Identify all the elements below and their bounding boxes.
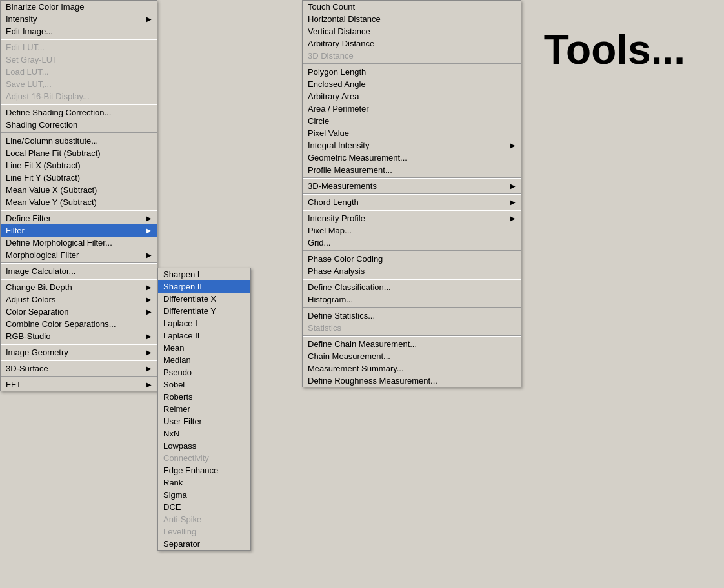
left-menu-item-rgb-studio[interactable]: RGB-Studio▶ — [1, 330, 157, 342]
right-menu-item-pixel-map[interactable]: Pixel Map... — [303, 224, 521, 237]
right-menu-item-arbitrary-distance[interactable]: Arbitrary Distance — [303, 37, 521, 50]
right-menu-item-phase-analysis[interactable]: Phase Analysis — [303, 265, 521, 277]
right-menu-item-geometric-measurement[interactable]: Geometric Measurement... — [303, 152, 521, 164]
right-menu-item-phase-color-coding[interactable]: Phase Color Coding — [303, 253, 521, 265]
menu-item-label: Pixel Map... — [308, 226, 352, 235]
right-menu-item-grid[interactable]: Grid... — [303, 237, 521, 249]
left-menu-item-intensity[interactable]: Intensity▶ — [1, 13, 157, 25]
sub-menu-item-sobel[interactable]: Sobel — [158, 378, 250, 391]
submenu-arrow-icon: ▶ — [146, 284, 152, 291]
right-menu-item-histogram[interactable]: Histogram... — [303, 293, 521, 306]
right-menu-item-integral-intensity[interactable]: Integral Intensity▶ — [303, 139, 521, 152]
right-menu-item-area-perimeter[interactable]: Area / Perimeter — [303, 103, 521, 115]
left-menu-item-combine-color-sep[interactable]: Combine Color Separations... — [1, 318, 157, 330]
submenu-arrow-icon: ▶ — [146, 215, 152, 222]
left-menu-item-edit-image[interactable]: Edit Image... — [1, 25, 157, 37]
right-menu-item-define-classification[interactable]: Define Classification... — [303, 281, 521, 293]
sub-menu-item-differentiate-y[interactable]: Differentiate Y — [158, 305, 250, 317]
left-menu-item-filter[interactable]: Filter▶ — [1, 224, 157, 237]
sub-menu-item-lowpass[interactable]: Lowpass — [158, 440, 250, 452]
sub-menu-item-edge-enhance[interactable]: Edge Enhance — [158, 464, 250, 476]
sub-menu-item-user-filter[interactable]: User Filter — [158, 415, 250, 427]
menu-item-label: Pixel Value — [308, 128, 349, 138]
right-menu-item-enclosed-angle[interactable]: Enclosed Angle — [303, 78, 521, 90]
left-menu-item-image-geometry[interactable]: Image Geometry▶ — [1, 346, 157, 358]
sub-menu-item-connectivity: Connectivity — [158, 452, 250, 464]
menu-item-label: NxN — [163, 429, 179, 438]
menu-item-label: Levelling — [163, 527, 196, 536]
right-menu-item-vertical-distance[interactable]: Vertical Distance — [303, 25, 521, 37]
menu-item-label: Measurement Summary... — [308, 364, 404, 373]
sub-menu-item-separator[interactable]: Separator — [158, 538, 250, 550]
left-menu-item-local-plane-fit[interactable]: Local Plane Fit (Subtract) — [1, 147, 157, 159]
right-menu-item-3d-measurements[interactable]: 3D-Measurements▶ — [303, 180, 521, 192]
left-menu-item-shading-correction[interactable]: Shading Correction — [1, 119, 157, 131]
menu-item-label: Define Filter — [6, 213, 51, 223]
sub-menu-item-pseudo[interactable]: Pseudo — [158, 366, 250, 378]
menu-item-label: Change Bit Depth — [6, 282, 72, 292]
left-menu-item-define-shading[interactable]: Define Shading Correction... — [1, 106, 157, 119]
sub-menu-item-median[interactable]: Median — [158, 354, 250, 366]
right-menu-item-chord-length[interactable]: Chord Length▶ — [303, 196, 521, 208]
left-menu-item-edit-lut: Edit LUT... — [1, 41, 157, 54]
right-menu-item-define-chain-measurement[interactable]: Define Chain Measurement... — [303, 338, 521, 350]
menu-item-label: Laplace I — [163, 318, 197, 328]
left-menu-item-image-calculator[interactable]: Image Calculator... — [1, 265, 157, 277]
menu-item-label: Differentiate Y — [163, 306, 216, 316]
left-menu-item-line-fit-x[interactable]: Line Fit X (Subtract) — [1, 159, 157, 172]
sub-menu-item-sharpen-ii[interactable]: Sharpen II — [158, 280, 250, 293]
sub-menu-item-mean[interactable]: Mean — [158, 342, 250, 354]
menu-item-label: Line Fit X (Subtract) — [6, 161, 81, 170]
menu-item-label: Horizontal Distance — [308, 14, 381, 24]
menu-item-label: Lowpass — [163, 441, 196, 451]
submenu-arrow-icon: ▶ — [146, 251, 152, 259]
right-menu-item-circle[interactable]: Circle — [303, 115, 521, 127]
sub-menu-item-reimer[interactable]: Reimer — [158, 403, 250, 415]
sub-menu-item-laplace-i[interactable]: Laplace I — [158, 317, 250, 329]
menu-separator — [1, 279, 157, 280]
sub-menu-item-dce[interactable]: DCE — [158, 501, 250, 513]
left-menu-item-fft[interactable]: FFT▶ — [1, 378, 157, 391]
menu-separator — [1, 262, 157, 264]
right-menu-item-horizontal-distance[interactable]: Horizontal Distance — [303, 13, 521, 25]
menu-item-label: Image Calculator... — [6, 266, 75, 276]
right-menu-item-polygon-length[interactable]: Polygon Length — [303, 66, 521, 78]
left-menu-item-3d-surface[interactable]: 3D-Surface▶ — [1, 362, 157, 375]
right-menu-item-chain-measurement[interactable]: Chain Measurement... — [303, 350, 521, 362]
sub-menu-item-sigma[interactable]: Sigma — [158, 489, 250, 501]
right-menu-item-define-roughness[interactable]: Define Roughness Measurement... — [303, 375, 521, 387]
left-menu-item-morph-filter[interactable]: Morphological Filter▶ — [1, 249, 157, 261]
left-menu-item-define-morph-filter[interactable]: Define Morphological Filter... — [1, 237, 157, 249]
left-menu-item-line-col-sub[interactable]: Line/Column substitute... — [1, 135, 157, 147]
sub-menu-item-differentiate-x[interactable]: Differentiate X — [158, 293, 250, 305]
left-menu-item-change-bit-depth[interactable]: Change Bit Depth▶ — [1, 281, 157, 293]
sub-menu-item-rank[interactable]: Rank — [158, 476, 250, 489]
left-menu-item-binarize[interactable]: Binarize Color Image — [1, 1, 157, 13]
left-menu-item-mean-val-x[interactable]: Mean Value X (Subtract) — [1, 184, 157, 196]
menu-item-label: Profile Measurement... — [308, 165, 392, 175]
menu-item-label: Circle — [308, 116, 329, 126]
menu-separator — [1, 360, 157, 361]
right-menu-item-touch-count[interactable]: Touch Count — [303, 1, 521, 13]
right-menu-item-measurement-summary[interactable]: Measurement Summary... — [303, 362, 521, 375]
right-menu-item-intensity-profile[interactable]: Intensity Profile▶ — [303, 212, 521, 224]
left-menu-item-adjust-colors[interactable]: Adjust Colors▶ — [1, 293, 157, 306]
left-menu-item-mean-val-y[interactable]: Mean Value Y (Subtract) — [1, 196, 157, 208]
left-menu-item-color-separation[interactable]: Color Separation▶ — [1, 306, 157, 318]
sub-menu-item-nxn[interactable]: NxN — [158, 427, 250, 440]
left-menu-item-define-filter[interactable]: Define Filter▶ — [1, 212, 157, 224]
menu-item-label: Polygon Length — [308, 67, 366, 77]
submenu-arrow-icon: ▶ — [510, 182, 516, 190]
left-menu-item-line-fit-y[interactable]: Line Fit Y (Subtract) — [1, 172, 157, 184]
right-menu-item-pixel-value[interactable]: Pixel Value — [303, 127, 521, 139]
sub-menu-item-roberts[interactable]: Roberts — [158, 391, 250, 403]
sub-menu-item-laplace-ii[interactable]: Laplace II — [158, 329, 250, 342]
menu-separator — [303, 335, 521, 337]
right-menu-item-arbitrary-area[interactable]: Arbitrary Area — [303, 90, 521, 103]
menu-item-label: Phase Color Coding — [308, 254, 383, 264]
menu-item-label: 3D-Surface — [6, 364, 48, 373]
right-menu-item-profile-measurement[interactable]: Profile Measurement... — [303, 164, 521, 176]
menu-separator — [303, 279, 521, 280]
sub-menu-item-sharpen-i[interactable]: Sharpen I — [158, 268, 250, 280]
right-menu-item-define-statistics[interactable]: Define Statistics... — [303, 309, 521, 322]
